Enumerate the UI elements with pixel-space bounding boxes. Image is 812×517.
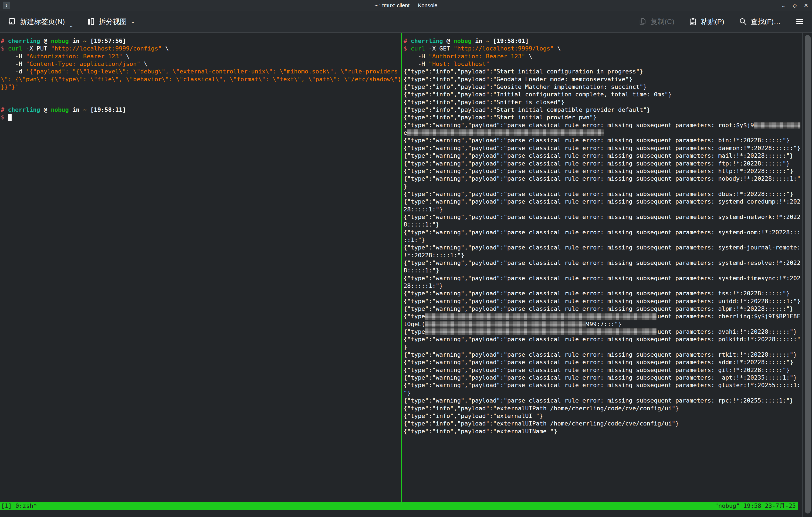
konsole-app-icon: ❯ bbox=[3, 2, 10, 9]
find-label: 查找(F)… bbox=[751, 17, 781, 26]
copy-icon bbox=[639, 18, 647, 26]
paste-label: 粘贴(P) bbox=[701, 17, 724, 26]
terminal-line: {"type":"warning","payload":"parse class… bbox=[404, 259, 801, 267]
terminal-line: {"type":"warning","payload":"parse class… bbox=[404, 358, 801, 366]
terminal-area: # cherrling @ nobug in ~ [19:57:56]$ cur… bbox=[0, 33, 812, 517]
terminal-line: {"type":"warning","payload":"parse class… bbox=[404, 351, 801, 358]
terminal-line: \": {\"pwn\": {\"type\": \"file\", \"beh… bbox=[1, 76, 400, 83]
terminal-line: $ curl -X GET "http://localhost:9999/log… bbox=[404, 45, 801, 52]
konsole-window: ❯ ~ : tmux: client — Konsole ⌄ ◇ ✕ 新建标签页… bbox=[0, 0, 812, 517]
terminal-line: {"type":"warning","payload":"parse class… bbox=[404, 167, 801, 175]
copy-button[interactable]: 复制(C) bbox=[636, 15, 677, 29]
terminal-line: {"type":"warning","payload":"parse class… bbox=[404, 381, 801, 389]
maximize-icon[interactable]: ◇ bbox=[791, 2, 799, 9]
scrollbar-track[interactable] bbox=[802, 33, 812, 517]
terminal-line: {"type":"warning","payload":"parse class… bbox=[404, 229, 801, 236]
terminal-line: {"type":"info","payload":"externalUI "} bbox=[404, 412, 801, 420]
terminal-line: "} bbox=[404, 389, 801, 397]
terminal-line: {"type":"info","payload":"Geosite Matche… bbox=[404, 83, 801, 91]
minimize-icon[interactable]: ⌄ bbox=[780, 2, 787, 9]
hamburger-icon bbox=[795, 18, 805, 26]
terminal-line: {"type":"warning","payload":"parse class… bbox=[404, 152, 801, 160]
window-title: ~ : tmux: client — Konsole bbox=[0, 2, 812, 9]
toolbar: 新建标签页(N) ⌄ 拆分视图 ⌄ bbox=[0, 11, 812, 33]
new-tab-icon bbox=[7, 17, 16, 26]
terminal-line: {"type":"info","payload":"externalUIName… bbox=[404, 428, 801, 435]
terminal-line: # cherrling @ nobug in ~ [19:58:11] bbox=[1, 106, 400, 114]
terminal-line: {"type":"info","payload":"Initial config… bbox=[404, 91, 801, 98]
new-tab-label: 新建标签页(N) bbox=[20, 17, 65, 26]
tmux-left-pane[interactable]: # cherrling @ nobug in ~ [19:57:56]$ cur… bbox=[1, 37, 400, 501]
terminal-line: {"type":"warning","payload":"parse class… bbox=[404, 198, 801, 205]
terminal-line: {"type uent parameters: avahi:!*:20228::… bbox=[404, 328, 801, 336]
title-bar: ❯ ~ : tmux: client — Konsole ⌄ ◇ ✕ bbox=[0, 0, 812, 11]
terminal-line: $ curl -X PUT "http://localhost:9999/con… bbox=[1, 45, 400, 52]
scrollbar-thumb[interactable] bbox=[805, 35, 811, 514]
terminal-line: {"type":"warning","payload":"parse class… bbox=[404, 366, 801, 374]
terminal-line: {"type":"warning","payload":"parse class… bbox=[404, 397, 801, 404]
terminal-line: {"type":"warning","payload":"parse class… bbox=[404, 213, 801, 221]
terminal-line: {"type":"warning","payload":"parse class… bbox=[404, 374, 801, 381]
terminal-line: e bbox=[404, 129, 801, 137]
terminal-line: 28:::::1:"} bbox=[404, 206, 801, 213]
new-tab-button[interactable]: 新建标签页(N) ⌄ bbox=[5, 15, 76, 29]
terminal-line: {"type":"info","payload":"Start initial … bbox=[404, 114, 801, 121]
terminal-line: {"type":"info","payload":"externalUIPath… bbox=[404, 405, 801, 412]
terminal-line: lOgeE( 999:7:::"} bbox=[404, 320, 801, 328]
terminal-line bbox=[1, 98, 400, 106]
terminal-line: {"type":"warning","payload":"parse class… bbox=[404, 160, 801, 167]
terminal-line: -H "Authorization: Bearer 123" \ bbox=[404, 53, 801, 60]
find-button[interactable]: 查找(F)… bbox=[736, 15, 783, 29]
terminal-line: -d '{"payload": "{\"log-level\": \"debug… bbox=[1, 68, 400, 75]
split-view-button[interactable]: 拆分视图 ⌄ bbox=[84, 15, 138, 29]
tmux-status-bar: [1] 0:zsh* "nobug" 19:58 23-7月-25 bbox=[0, 502, 798, 510]
chevron-down-icon: ⌄ bbox=[69, 24, 74, 27]
terminal-line: 8:::::1:"} bbox=[404, 221, 801, 228]
terminal-line: -H "Host: localhost" bbox=[404, 60, 801, 68]
terminal-line: -H "Authorization: Bearer 123" \ bbox=[1, 53, 400, 60]
terminal-line: {"type":"info","payload":"Sniffer is clo… bbox=[404, 98, 801, 106]
tmux-right-pane[interactable]: # cherrling @ nobug in ~ [19:58:01]$ cur… bbox=[404, 37, 801, 501]
terminal-line: {"type":"warning","payload":"parse class… bbox=[404, 244, 801, 251]
terminal-line: -H "Content-Type: application/json" \ bbox=[1, 60, 400, 68]
terminal-line: {"type":"warning","payload":"parse class… bbox=[404, 297, 801, 305]
terminal-line: {"type":"warning","payload":"parse class… bbox=[404, 305, 801, 313]
copy-label: 复制(C) bbox=[650, 17, 674, 26]
search-icon bbox=[739, 18, 747, 26]
terminal-line: !*:20228:::::1:"} bbox=[404, 252, 801, 259]
terminal-line bbox=[1, 91, 400, 98]
terminal-line: } bbox=[404, 183, 801, 190]
terminal-line: {"type":"info","payload":"Start initial … bbox=[404, 68, 801, 75]
terminal-line: {"type":"info","payload":"Geodata Loader… bbox=[404, 76, 801, 83]
hamburger-menu-button[interactable] bbox=[792, 16, 807, 28]
terminal-line: {"type uent parameters: cherrling:$y$j9T… bbox=[404, 313, 801, 320]
chevron-down-icon: ⌄ bbox=[130, 20, 135, 23]
terminal-line: 8:::::1:"} bbox=[404, 267, 801, 274]
terminal-line: # cherrling @ nobug in ~ [19:58:01] bbox=[404, 37, 801, 45]
terminal-line: {"type":"warning","payload":"parse class… bbox=[404, 190, 801, 198]
terminal-line: {"type":"warning","payload":"parse class… bbox=[404, 175, 801, 182]
terminal-line: {"type":"warning","payload":"parse class… bbox=[404, 275, 801, 282]
tmux-status-right: "nobug" 19:58 23-7月-25 bbox=[715, 502, 796, 510]
terminal-line: } bbox=[404, 343, 801, 351]
terminal-line: 28:::::1:"} bbox=[404, 282, 801, 290]
terminal-line: {"type":"warning","payload":"parse class… bbox=[404, 144, 801, 152]
paste-icon bbox=[689, 18, 697, 26]
terminal-line: {"type":"warning","payload":"parse class… bbox=[404, 290, 801, 297]
split-view-icon bbox=[86, 17, 95, 26]
tmux-pane-divider bbox=[401, 33, 402, 502]
terminal-line: $ bbox=[1, 114, 400, 121]
paste-button[interactable]: 粘贴(P) bbox=[686, 15, 727, 29]
window-controls: ⌄ ◇ ✕ bbox=[780, 0, 810, 11]
terminal-line: {"type":"warning","payload":"parse class… bbox=[404, 336, 801, 343]
terminal-line: {"type":"warning","payload":"parse class… bbox=[404, 137, 801, 144]
split-view-label: 拆分视图 bbox=[99, 17, 127, 26]
terminal-line: # cherrling @ nobug in ~ [19:57:56] bbox=[1, 37, 400, 45]
terminal-line: {"type":"info","payload":"Start initial … bbox=[404, 106, 801, 114]
tmux-status-left: [1] 0:zsh* bbox=[1, 502, 37, 510]
terminal-line: }}"}' bbox=[1, 83, 400, 91]
terminal-line: ::1:"} bbox=[404, 236, 801, 244]
terminal-line: {"type":"warning","payload":"parse class… bbox=[404, 121, 801, 129]
terminal-line: {"type":"info","payload":"externalUIPath… bbox=[404, 420, 801, 427]
close-icon[interactable]: ✕ bbox=[802, 2, 810, 9]
